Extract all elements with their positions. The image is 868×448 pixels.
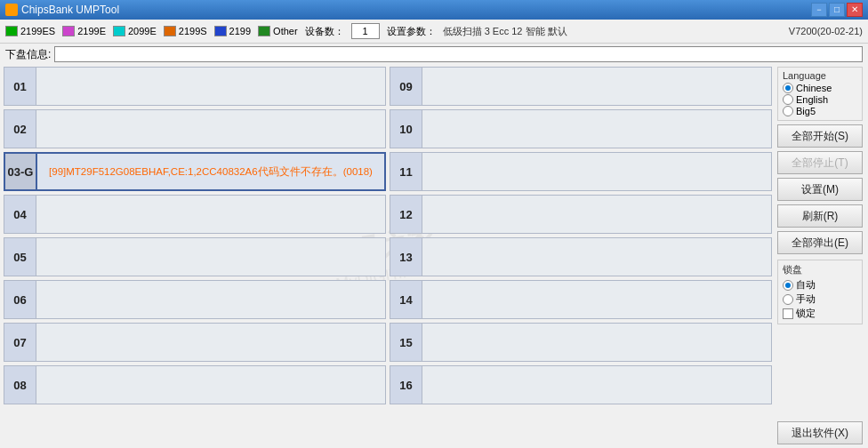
lock-label-auto: 自动 bbox=[796, 278, 816, 292]
start-all-button[interactable]: 全部开始(S) bbox=[777, 124, 863, 148]
slot-row-03[interactable]: 03-G[99]MT29F512G08EBHAF,CE:1,2CC40832A6… bbox=[4, 152, 386, 191]
lock-option-manual[interactable]: 手动 bbox=[783, 292, 857, 306]
slot-label-03: 03-G bbox=[5, 154, 37, 189]
eject-all-button[interactable]: 全部弹出(E) bbox=[777, 231, 863, 254]
slot-row-14[interactable]: 14 bbox=[390, 280, 772, 319]
maximize-button[interactable]: □ bbox=[829, 3, 845, 17]
legend-label-2199s: 2199S bbox=[179, 26, 207, 36]
lock-checkbox[interactable] bbox=[783, 308, 793, 319]
legend-color-2199e bbox=[62, 26, 75, 36]
language-title: Language bbox=[783, 70, 857, 81]
slot-row-12[interactable]: 12 bbox=[390, 195, 772, 234]
slot-row-04[interactable]: 04 bbox=[4, 195, 386, 234]
lang-radio-english[interactable] bbox=[783, 94, 793, 105]
lang-radio-big5[interactable] bbox=[783, 106, 793, 116]
toolbar: 2199ES2199E2099E2199S2199Other 设备数： 设置参数… bbox=[0, 20, 868, 44]
diskinfo-input[interactable] bbox=[54, 46, 863, 62]
legend-item-2199s: 2199S bbox=[164, 26, 207, 36]
slot-row-13[interactable]: 13 bbox=[390, 237, 772, 276]
slot-content-11 bbox=[422, 153, 771, 190]
legend-color-2199 bbox=[214, 26, 227, 36]
diskinfo-label: 下盘信息: bbox=[5, 47, 51, 62]
slot-label-12: 12 bbox=[390, 196, 422, 233]
lock-radio-manual[interactable] bbox=[783, 294, 793, 305]
legend-color-2199s bbox=[164, 26, 176, 36]
language-options: ChineseEnglishBig5 bbox=[783, 83, 857, 116]
slot-row-02[interactable]: 02 bbox=[4, 109, 386, 148]
slot-content-13 bbox=[422, 238, 771, 276]
lang-radio-chinese[interactable] bbox=[783, 83, 793, 93]
lang-label-chinese: Chinese bbox=[796, 83, 832, 93]
legend-label-other: Other bbox=[273, 26, 298, 36]
slot-content-09 bbox=[422, 68, 771, 105]
lang-option-big5[interactable]: Big5 bbox=[783, 106, 857, 116]
settings-button[interactable]: 设置(M) bbox=[777, 178, 863, 201]
legend-item-2199: 2199 bbox=[214, 26, 251, 36]
slot-row-07[interactable]: 07 bbox=[4, 323, 386, 362]
slot-row-08[interactable]: 08 bbox=[4, 365, 386, 404]
lang-option-english[interactable]: English bbox=[783, 94, 857, 105]
lock-checkbox-row: 锁定 bbox=[783, 307, 857, 320]
minimize-button[interactable]: － bbox=[811, 3, 827, 17]
slot-content-14 bbox=[422, 281, 771, 318]
slot-row-05[interactable]: 05 bbox=[4, 237, 386, 276]
main-window: 2199ES2199E2099E2199S2199Other 设备数： 设置参数… bbox=[0, 20, 868, 448]
language-section: Language ChineseEnglishBig5 bbox=[777, 67, 863, 121]
lang-option-chinese[interactable]: Chinese bbox=[783, 83, 857, 93]
slot-row-01[interactable]: 01 bbox=[4, 67, 386, 106]
slot-content-12 bbox=[422, 196, 771, 233]
settings-value: 低级扫描 3 Ecc 12 智能 默认 bbox=[443, 25, 567, 38]
slot-row-15[interactable]: 15 bbox=[390, 323, 772, 362]
title-bar-left: ChipsBank UMPTool bbox=[5, 4, 119, 16]
legend-item-2099e: 2099E bbox=[113, 26, 157, 36]
slot-label-14: 14 bbox=[390, 281, 422, 318]
legend-label-2199es: 2199ES bbox=[20, 26, 55, 36]
legend-item-2199e: 2199E bbox=[62, 26, 106, 36]
slot-content-02 bbox=[36, 110, 385, 148]
slot-content-15 bbox=[422, 324, 771, 361]
close-button[interactable]: ✕ bbox=[847, 3, 863, 17]
slot-row-06[interactable]: 06 bbox=[4, 280, 386, 319]
refresh-button[interactable]: 刷新(R) bbox=[777, 204, 863, 228]
lock-option-auto[interactable]: 自动 bbox=[783, 278, 857, 292]
slot-content-05 bbox=[36, 238, 385, 276]
slot-content-10 bbox=[422, 110, 771, 148]
slot-row-11[interactable]: 11 bbox=[390, 152, 772, 191]
diskinfo-bar: 下盘信息: bbox=[0, 44, 868, 65]
device-count-input[interactable] bbox=[351, 23, 380, 39]
legend-item-other: Other bbox=[258, 26, 298, 36]
slot-content-07 bbox=[36, 324, 385, 361]
lock-section: 锁盘 自动手动 锁定 bbox=[777, 260, 863, 324]
slot-label-09: 09 bbox=[390, 68, 422, 105]
device-count-label: 设备数： bbox=[305, 25, 344, 38]
right-slots: 0910111213141516 bbox=[390, 67, 772, 446]
legend-label-2099e: 2099E bbox=[128, 26, 157, 36]
slot-row-16[interactable]: 16 bbox=[390, 365, 772, 404]
slot-row-09[interactable]: 09 bbox=[390, 67, 772, 106]
slot-label-11: 11 bbox=[390, 153, 422, 190]
slot-content-06 bbox=[36, 281, 385, 318]
lock-radio-auto[interactable] bbox=[783, 280, 793, 291]
slot-label-07: 07 bbox=[4, 324, 36, 361]
slot-label-08: 08 bbox=[4, 366, 36, 404]
app-icon bbox=[5, 4, 18, 16]
slot-content-16 bbox=[422, 366, 771, 404]
legend: 2199ES2199E2099E2199S2199Other bbox=[5, 26, 298, 36]
content-area: 数码之家 MyDIGIT.NET 010203-G[99]MT29F512G08… bbox=[0, 65, 868, 448]
slot-row-10[interactable]: 10 bbox=[390, 109, 772, 148]
slot-label-01: 01 bbox=[4, 68, 36, 105]
legend-color-2099e bbox=[113, 26, 125, 36]
left-slots: 010203-G[99]MT29F512G08EBHAF,CE:1,2CC408… bbox=[4, 67, 386, 446]
legend-label-2199e: 2199E bbox=[77, 26, 106, 36]
slot-label-02: 02 bbox=[4, 110, 36, 148]
exit-button[interactable]: 退出软件(X) bbox=[777, 421, 863, 444]
title-bar: ChipsBank UMPTool － □ ✕ bbox=[0, 0, 868, 20]
slot-content-03: [99]MT29F512G08EBHAF,CE:1,2CC40832A6代码文件… bbox=[37, 154, 384, 189]
stop-all-button[interactable]: 全部停止(T) bbox=[777, 151, 863, 174]
slot-content-01 bbox=[36, 68, 385, 105]
legend-item-2199es: 2199ES bbox=[5, 26, 55, 36]
slot-content-08 bbox=[36, 366, 385, 404]
slot-label-04: 04 bbox=[4, 196, 36, 233]
legend-color-other bbox=[258, 26, 270, 36]
slot-label-10: 10 bbox=[390, 110, 422, 148]
